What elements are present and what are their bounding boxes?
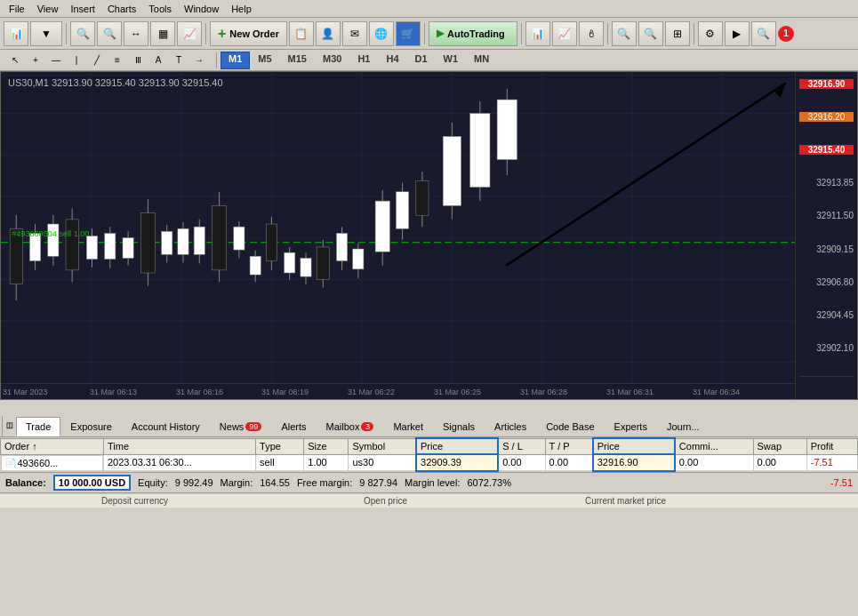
globe-btn[interactable]: 🌐 [369,21,394,46]
tab-alerts[interactable]: Alerts [271,417,316,436]
tab-articles[interactable]: Articles [485,417,536,436]
col-order[interactable]: Order ↑ [1,438,104,454]
arrow-tool[interactable]: → [189,52,209,69]
tf-m5[interactable]: M5 [250,52,279,69]
deposit-currency-annotation: Deposit currency [101,496,168,506]
market-btn[interactable]: 🛒 [396,21,421,46]
mail-btn[interactable]: ✉ [342,21,367,46]
tf-m30[interactable]: M30 [315,52,349,69]
svg-rect-28 [86,236,97,260]
svg-rect-82 [416,180,429,215]
tab-market[interactable]: Market [383,417,433,436]
table-header-row: Order ↑ Time Type Size Symbol Price S / … [1,438,858,454]
chart-candle-btn[interactable]: 🕯 [579,21,604,46]
balance-value: 10 000.00 USD [53,475,131,491]
tf-h1[interactable]: H1 [349,52,378,69]
tab-news[interactable]: News 99 [210,417,272,436]
margin-label: Margin: [221,477,253,488]
open-price-annotation: Open price [364,496,407,506]
menu-charts[interactable]: Charts [102,3,141,15]
dropdown-btn[interactable]: ▼ [30,21,62,46]
tf-m15[interactable]: M15 [280,52,315,69]
chart-type-btn[interactable]: ▦ [150,21,175,46]
tab-journal[interactable]: Journ... [657,417,710,436]
main-layout: US30,M1 32913.90 32915.40 32913.90 32915… [0,71,858,616]
line-tool[interactable]: ╱ [87,52,107,69]
menu-view[interactable]: View [32,3,64,15]
history-btn[interactable]: 📋 [289,21,314,46]
label-tool[interactable]: T [169,52,188,69]
price-label-3: 32909.15 [799,244,854,254]
col-time[interactable]: Time [104,438,256,454]
chart-container[interactable]: US30,M1 32913.90 32915.40 32913.90 32915… [0,71,858,400]
tf-mn[interactable]: MN [466,52,497,69]
tab-signals[interactable]: Signals [433,417,485,436]
menu-file[interactable]: File [4,3,30,15]
text-tool[interactable]: A [148,52,168,69]
auto-trading-label: AutoTrading [447,28,505,39]
new-order-button[interactable]: + New Order [210,21,287,46]
col-size[interactable]: Size [304,438,349,454]
tab-account-history[interactable]: Account History [122,417,210,436]
chart-main-area[interactable]: US30,M1 32913.90 32915.40 32913.90 32915… [1,72,795,399]
tf-m1[interactable]: M1 [221,52,250,69]
margin-level-label: Margin level: [405,477,460,488]
profile-btn[interactable]: 👤 [316,21,341,46]
col-profit[interactable]: Profit [806,438,857,454]
chart-bar-btn[interactable]: 📊 [525,21,550,46]
price-axis: 32916.90 32916.20 32915.40 32913.85 3291… [795,72,857,399]
grid-btn[interactable]: ⊞ [665,21,690,46]
chart-line-btn[interactable]: 📈 [552,21,577,46]
new-chart-btn[interactable]: 📊 [4,21,28,46]
time-7: 31 Mar 06:31 [606,388,654,396]
price-label-2: 32911.50 [799,211,854,220]
expert-btn[interactable]: ⚙ [698,21,723,46]
timeframe-toolbar: ↖ + — | ╱ ≡ Ⅲ A T → M1 M5 M15 M30 H1 H4 … [0,50,858,71]
tf-w1[interactable]: W1 [436,52,467,69]
channel-tool[interactable]: ≡ [108,52,127,69]
cursor-tool[interactable]: ↖ [5,52,25,69]
col-open-price[interactable]: Price [416,438,498,454]
svg-rect-67 [317,247,329,279]
tab-experts[interactable]: Experts [605,417,657,436]
scroll-btn[interactable]: ↔ [124,21,148,46]
tf-h4[interactable]: H4 [378,52,406,69]
mailbox-badge: 3 [361,422,373,431]
tf-d1[interactable]: D1 [407,52,436,69]
zoom-minus-btn[interactable]: 🔍 [612,21,637,46]
col-commission[interactable]: Commi... [675,438,753,454]
menu-tools[interactable]: Tools [143,3,177,15]
menu-insert[interactable]: Insert [65,3,100,15]
cell-sl: 0.00 [498,454,545,471]
col-swap[interactable]: Swap [753,438,806,454]
cell-swap: 0.00 [753,454,806,471]
col-price[interactable]: Price [593,438,675,454]
terminal-collapse-btn[interactable]: ⊟ [2,416,16,436]
tab-trade[interactable]: Trade [16,417,60,436]
annotations-bar: Deposit currency Open price Current mark… [0,493,858,508]
indicator-btn[interactable]: 📈 [177,21,202,46]
svg-rect-52 [234,227,245,250]
script-btn[interactable]: ▶ [725,21,750,46]
auto-trading-button[interactable]: ▶ AutoTrading [429,21,517,46]
fib-tool[interactable]: Ⅲ [128,52,148,69]
zoom-out-btn[interactable]: 🔍 [97,21,122,46]
tab-exposure[interactable]: Exposure [60,417,121,436]
col-tp[interactable]: T / P [545,438,593,454]
hline-tool[interactable]: — [46,52,66,69]
tab-code-base[interactable]: Code Base [536,417,604,436]
crosshair-tool[interactable]: + [26,52,45,69]
order-icon: 📄 [5,458,16,468]
vline-tool[interactable]: | [67,52,86,69]
menu-help[interactable]: Help [226,3,257,15]
news-badge: 99 [245,422,261,431]
search-btn[interactable]: 🔍 [751,21,776,46]
tab-mailbox[interactable]: Mailbox 3 [317,417,384,436]
col-type[interactable]: Type [256,438,304,454]
zoom-plus-btn[interactable]: 🔍 [638,21,663,46]
zoom-in-btn[interactable]: 🔍 [70,21,95,46]
col-sl[interactable]: S / L [498,438,545,454]
menu-window[interactable]: Window [179,3,224,15]
col-symbol[interactable]: Symbol [349,438,416,454]
time-3: 31 Mar 06:19 [261,388,309,396]
